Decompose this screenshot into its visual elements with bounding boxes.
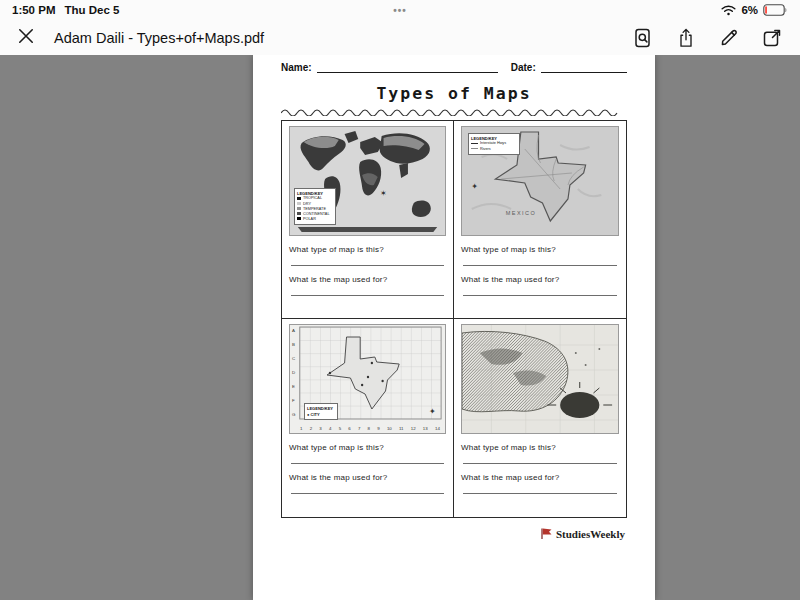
compass-rose-icon: ✶ <box>380 190 387 198</box>
panel-texas-grid: ABCDEFG 1234567891011121314 LEGEND/KEY C… <box>282 319 454 517</box>
name-label: Name: <box>281 62 312 73</box>
answer-line <box>463 254 617 266</box>
grid-row-letters: ABCDEFG <box>292 328 295 417</box>
question-map-use: What is the map used for? <box>289 275 446 284</box>
legend-title: LEGEND/KEY <box>307 406 335 411</box>
multitask-dots[interactable]: ••• <box>0 5 800 16</box>
answer-line <box>463 284 617 296</box>
pdf-viewer-toolbar: Adam Daili - Types+of+Maps.pdf <box>0 20 800 55</box>
pdf-page: Name: Date: Types of Maps <box>253 55 655 600</box>
panel-historical: What type of map is this? What is the ma… <box>454 319 626 517</box>
document-title: Adam Daili - Types+of+Maps.pdf <box>54 30 264 46</box>
answer-line <box>291 284 444 296</box>
answer-line <box>291 482 444 494</box>
question-map-type: What type of map is this? <box>289 245 446 254</box>
answer-line <box>463 452 617 464</box>
brand-name: StudiesWeekly <box>556 528 625 540</box>
share-icon[interactable] <box>676 28 696 48</box>
question-map-type: What type of map is this? <box>289 443 446 452</box>
texas-grid-map-image: ABCDEFG 1234567891011121314 LEGEND/KEY C… <box>289 324 446 434</box>
compass-rose-icon: ✦ <box>429 408 436 416</box>
worksheet-grid: LEGEND/KEY TROPICALDRYTEMPERATECONTINENT… <box>281 120 627 518</box>
studies-weekly-flag-icon <box>540 527 553 540</box>
question-map-use: What is the map used for? <box>461 275 619 284</box>
answer-line <box>291 452 444 464</box>
answer-line <box>291 254 444 266</box>
mexico-label: MEXICO <box>506 210 537 216</box>
worksheet-title: Types of Maps <box>281 84 627 103</box>
legend-items: TROPICALDRYTEMPERATECONTINENTALPOLAR <box>297 196 333 222</box>
legend-city-item: CITY <box>307 412 335 417</box>
question-map-type: What type of map is this? <box>461 443 619 452</box>
close-icon[interactable] <box>18 28 34 48</box>
squiggle-divider <box>281 108 627 116</box>
question-map-use: What is the map used for? <box>289 473 446 482</box>
panel-world-climate: LEGEND/KEY TROPICALDRYTEMPERATECONTINENT… <box>282 121 454 319</box>
historical-map-image <box>461 324 619 434</box>
question-map-use: What is the map used for? <box>461 473 619 482</box>
toolbar-actions <box>633 28 782 48</box>
ipad-screen: 1:50 PM Thu Dec 5 ••• 6% <box>0 0 800 600</box>
date-label: Date: <box>511 62 536 73</box>
open-in-icon[interactable] <box>762 28 782 48</box>
publisher-brand: StudiesWeekly <box>281 527 627 540</box>
panel-texas-road: LEGEND/KEY Interstate HwysRivers MEXICO … <box>454 121 626 319</box>
texas-road-map-image: LEGEND/KEY Interstate HwysRivers MEXICO … <box>461 126 619 236</box>
name-date-row: Name: Date: <box>281 62 627 73</box>
date-blank-line <box>541 63 627 73</box>
compass-rose-icon: ✦ <box>471 183 478 191</box>
world-climate-map-image: LEGEND/KEY TROPICALDRYTEMPERATECONTINENT… <box>289 126 446 236</box>
road-map-legend: LEGEND/KEY Interstate HwysRivers <box>468 133 520 155</box>
grid-col-numbers: 1234567891011121314 <box>300 426 440 431</box>
annotate-pencil-icon[interactable] <box>719 28 739 48</box>
status-bar: 1:50 PM Thu Dec 5 ••• 6% <box>0 0 800 20</box>
question-map-type: What type of map is this? <box>461 245 619 254</box>
search-document-icon[interactable] <box>633 28 653 48</box>
legend-items: Interstate HwysRivers <box>471 141 517 151</box>
name-blank-line <box>317 63 498 73</box>
document-scroll-area[interactable]: Name: Date: Types of Maps <box>0 55 800 600</box>
answer-line <box>463 482 617 494</box>
world-map-legend: LEGEND/KEY TROPICALDRYTEMPERATECONTINENT… <box>294 188 336 225</box>
grid-map-legend: LEGEND/KEY CITY <box>304 403 338 420</box>
